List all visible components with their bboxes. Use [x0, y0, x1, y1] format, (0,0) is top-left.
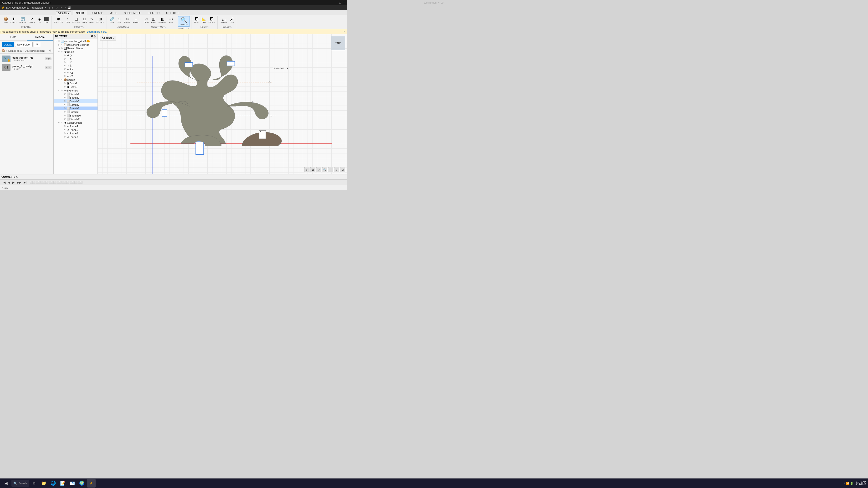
- construct-label[interactable]: CONSTRUCT ▾: [151, 26, 166, 28]
- tree-eye-x[interactable]: 👁: [63, 58, 66, 60]
- insert-mesh-btn[interactable]: 🖼 Mesh: [193, 17, 200, 24]
- new-folder-button[interactable]: New Folder: [15, 42, 33, 47]
- modify-shell-btn[interactable]: □ Shell: [81, 17, 88, 24]
- tree-toggle-construction[interactable]: ▾: [58, 122, 60, 124]
- create-loft-btn[interactable]: ◈ Loft: [36, 16, 43, 24]
- project-version-1[interactable]: V3 ▾: [45, 58, 52, 60]
- tree-root[interactable]: ▾ 👁 📄 construction_kit v3 2: [54, 39, 97, 43]
- tree-eye-y[interactable]: 👁: [63, 61, 66, 64]
- tree-eye-plane7[interactable]: 👁: [63, 136, 66, 138]
- tree-eye-sketch2[interactable]: 👁: [63, 96, 66, 99]
- select-label[interactable]: SELECT ▾: [222, 26, 232, 28]
- tree-eye-plane4[interactable]: 👁: [63, 125, 66, 128]
- nav-zoom-btn[interactable]: 🔍: [322, 167, 327, 172]
- tree-item-plane6[interactable]: 👁 ▱ Plane6: [54, 132, 97, 135]
- tab-mesh[interactable]: MESH: [106, 11, 120, 15]
- anim-prev-btn[interactable]: ◀: [7, 181, 11, 185]
- tree-item-plane5[interactable]: 👁 ▱ Plane5: [54, 128, 97, 132]
- tree-item-yz[interactable]: 👁 ▱ YZ: [54, 74, 97, 78]
- tree-eye-z[interactable]: 👁: [63, 64, 66, 67]
- tree-body-shape[interactable]: [161, 64, 238, 143]
- tree-eye-construction[interactable]: 👁: [60, 121, 64, 124]
- assemble-motion-btn[interactable]: ↔ Motion: [132, 17, 139, 24]
- create-label[interactable]: CREATE ▾: [21, 26, 31, 28]
- anim-first-btn[interactable]: |◀: [2, 181, 6, 185]
- forward-button[interactable]: ▶: [52, 6, 54, 9]
- tab-surface[interactable]: SURFACE: [88, 11, 106, 15]
- tree-item-x[interactable]: 👁 ─ X: [54, 57, 97, 61]
- tab-sheet-metal[interactable]: SHEET METAL: [121, 11, 145, 15]
- assemble-asbuilt-btn[interactable]: ⊛ As-built: [123, 16, 131, 24]
- notification-link[interactable]: Learn more here.: [87, 30, 107, 33]
- modify-fillet-btn[interactable]: ◜ Fillet: [64, 16, 71, 24]
- select-window-btn[interactable]: ⬚ Window: [220, 16, 228, 24]
- tree-item-bodies[interactable]: ▾ 👁 📦 Bodies: [54, 78, 97, 82]
- tree-item-construction[interactable]: ▾ 👁 ◈ Construction: [54, 121, 97, 124]
- create-extrude-btn[interactable]: ⬆ Extrude: [9, 16, 18, 24]
- tree-item-origin[interactable]: ▾ 👁 ✛ Origin: [54, 50, 97, 54]
- tree-toggle-bodies[interactable]: ▾: [58, 78, 60, 81]
- modify-label[interactable]: MODIFY ▾: [74, 26, 84, 28]
- modify-chamfer-btn[interactable]: ◿ Chamfer: [71, 16, 81, 24]
- tree-eye-body1[interactable]: 👁: [63, 82, 66, 85]
- tree-toggle-origin[interactable]: ▾: [58, 51, 60, 53]
- tree-item-doc-settings[interactable]: ▷ 👁 📋 Document Settings: [54, 43, 97, 46]
- assemble-joint-btn[interactable]: ⊙ Joint: [116, 16, 123, 24]
- tab-data[interactable]: Data: [0, 34, 27, 40]
- anim-play-btn[interactable]: ▶: [12, 181, 15, 185]
- minimize-button[interactable]: ─: [335, 1, 337, 4]
- tree-item-named-views[interactable]: ▷ 👁 🔲 Named Views: [54, 46, 97, 50]
- tree-item-xy[interactable]: 👁 ▱ XY: [54, 67, 97, 71]
- insert-label[interactable]: INSERT ▾: [200, 26, 209, 28]
- insert-canvas-btn[interactable]: 🖼 Canvas: [208, 17, 216, 24]
- save-button[interactable]: 💾: [68, 6, 71, 9]
- trunk-slot[interactable]: [196, 141, 204, 154]
- tab-people[interactable]: People: [27, 34, 53, 40]
- assemble-new-btn[interactable]: 🔗 New: [109, 16, 115, 24]
- create-new-component-btn[interactable]: 📦 New: [2, 16, 9, 24]
- restore-button[interactable]: □: [339, 1, 341, 4]
- construct-axis-btn[interactable]: ⊷ Axis: [168, 16, 175, 24]
- tab-plastic[interactable]: PLASTIC: [146, 11, 163, 15]
- browser-expand-icon[interactable]: ▷: [94, 35, 96, 38]
- tree-eye-xy[interactable]: 👁: [63, 68, 66, 70]
- close-button[interactable]: ✕: [343, 1, 345, 4]
- construct-plane-angle-btn[interactable]: ◫ Angle: [150, 16, 157, 24]
- tree-item-sketch11[interactable]: 👁 ⬜ Sketch11: [54, 117, 97, 121]
- tree-item-sketch10[interactable]: 👁 ⬜ Sketch10: [54, 113, 97, 117]
- nav-orbit-btn[interactable]: ↺: [316, 167, 321, 172]
- nav-grid-btn[interactable]: ⊟: [340, 167, 345, 172]
- settings-button[interactable]: ⚙: [34, 42, 40, 47]
- tree-eye-plane5[interactable]: 👁: [63, 128, 66, 131]
- tree-eye-sketch8[interactable]: 👁: [63, 107, 66, 109]
- create-sweep-btn[interactable]: ↗ Sweep: [28, 16, 35, 24]
- tree-eye-sketch11[interactable]: 👁: [63, 118, 66, 120]
- select-paint-btn[interactable]: 🖌 Paint: [228, 17, 235, 24]
- breadcrumb-home[interactable]: 🏠: [2, 49, 5, 52]
- redo-button[interactable]: ↪: [64, 6, 66, 9]
- tree-toggle-root[interactable]: ▾: [55, 40, 58, 42]
- nav-home-btn[interactable]: ⌂: [304, 167, 309, 172]
- tree-toggle-named-views[interactable]: ▷: [58, 47, 60, 50]
- tree-eye-named-views[interactable]: 👁: [60, 47, 64, 50]
- modify-combine-btn[interactable]: ⊞ Combine: [96, 16, 105, 24]
- tree-eye-o[interactable]: 👁: [63, 54, 66, 57]
- design-canvas[interactable]: CONSTRUCT -: [98, 34, 347, 174]
- create-revolve-btn[interactable]: 🔄 Revolve: [19, 16, 27, 24]
- tree-item-y[interactable]: 👁 │ Y: [54, 61, 97, 64]
- browser-settings-icon[interactable]: ⚙: [91, 35, 93, 38]
- inspect-label[interactable]: INSPECT ▾: [179, 27, 189, 30]
- breadcrumb-user[interactable]: JoycePassananti: [25, 49, 45, 52]
- tree-item-sketch7[interactable]: 👁 ⬜ Sketch7: [54, 103, 97, 106]
- refresh-button[interactable]: ↺: [56, 6, 58, 9]
- anim-last-btn[interactable]: ▶|: [23, 181, 27, 185]
- tree-eye-sketch7[interactable]: 👁: [63, 103, 66, 106]
- project-card-press-fit[interactable]: ⬡ press_fit_design 4/14/23 V1 ▾: [0, 63, 53, 72]
- tree-eye-root[interactable]: 👁: [58, 40, 61, 42]
- tree-item-xz[interactable]: 👁 ▱ XZ: [54, 71, 97, 74]
- back-button[interactable]: ◀: [48, 6, 50, 9]
- tree-item-sketch6[interactable]: 👁 ⬜ Sketch6: [54, 99, 97, 103]
- comments-expand-icon[interactable]: ▷: [16, 175, 18, 178]
- slot-top-left[interactable]: [185, 62, 193, 67]
- tree-toggle-doc-settings[interactable]: ▷: [58, 43, 60, 46]
